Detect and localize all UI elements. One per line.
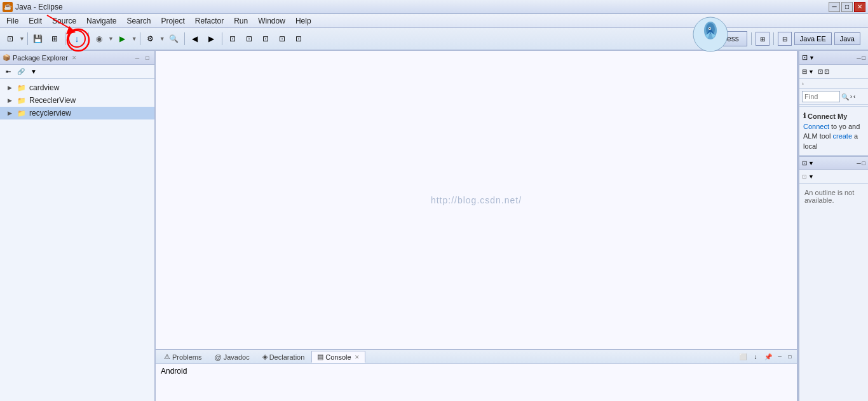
- outline-toolbar-icon[interactable]: ⊡: [802, 173, 807, 180]
- outline-toolbar-arrow[interactable]: ▼: [808, 173, 814, 180]
- panel-minimize-btn[interactable]: ─: [133, 53, 142, 62]
- title-buttons: ─ □ ✕: [829, 2, 865, 12]
- tree-area: ▶ 📁 cardview ▶ 📁 RececlerView ▶ 📁 recycl…: [0, 79, 154, 401]
- toolbar-run-btn[interactable]: ▶: [115, 31, 130, 46]
- toolbar-icon-btn1[interactable]: ⊞: [756, 32, 770, 46]
- menu-project[interactable]: Project: [156, 15, 189, 27]
- right-toolbar-arrow1[interactable]: ▼: [808, 69, 814, 75]
- minimize-button[interactable]: ─: [829, 2, 840, 12]
- tree-item-recyclerview2[interactable]: ▶ 📁 recyclerview: [0, 107, 154, 119]
- find-search-icon[interactable]: 🔍: [841, 93, 849, 100]
- menu-window[interactable]: Window: [253, 15, 290, 27]
- problems-icon: ⚠: [164, 353, 170, 361]
- bottom-minimize-btn[interactable]: ─: [775, 353, 784, 362]
- toolbar-misc3[interactable]: ⊡: [258, 31, 273, 46]
- toolbar-next-btn[interactable]: ▶: [204, 31, 219, 46]
- right-chevron: ›: [802, 81, 804, 87]
- panel-menu-btn[interactable]: ▼: [28, 66, 39, 78]
- toolbar-build-btn[interactable]: ⚙: [143, 31, 158, 46]
- menu-source[interactable]: Source: [47, 15, 81, 27]
- find-input[interactable]: [802, 91, 840, 102]
- toolbar-build-arrow[interactable]: ▼: [159, 36, 165, 42]
- toolbar-misc4[interactable]: ⊡: [275, 31, 290, 46]
- editor-and-bottom: http://blog.csdn.net/ ⚠ Problems @ Javad…: [156, 51, 797, 401]
- bottom-content: Android: [156, 364, 797, 401]
- toolbar-sep-6: [222, 32, 222, 45]
- panel-collapse-all-btn[interactable]: ⇤: [3, 66, 14, 78]
- find-bar: 🔍 › ‹: [799, 89, 868, 105]
- title-bar: ☕ Java - Eclipse ─ □ ✕: [0, 0, 868, 14]
- app-window: ☕ Java - Eclipse ─ □ ✕ File Edit Source …: [0, 0, 868, 401]
- panel-link-btn[interactable]: 🔗: [15, 66, 27, 78]
- find-prev-icon[interactable]: ‹: [853, 93, 855, 100]
- right-toolbar-btn2[interactable]: ⊡: [818, 68, 823, 75]
- toolbar-download-btn[interactable]: ↓: [68, 30, 86, 48]
- bottom-maximize-btn[interactable]: □: [785, 353, 794, 362]
- right-panel-controls: ─ □: [857, 55, 865, 61]
- menu-file[interactable]: File: [1, 15, 24, 27]
- type-hierarchy-arrow[interactable]: ▼: [809, 55, 815, 61]
- menu-help[interactable]: Help: [290, 15, 316, 27]
- toolbar-misc1[interactable]: ⊡: [225, 31, 240, 46]
- app-icon: ☕: [3, 2, 13, 12]
- outline-arrow: ▼: [808, 160, 814, 167]
- tree-label-recyclerview2: recyclerview: [29, 109, 71, 118]
- problems-label: Problems: [172, 353, 201, 361]
- console-close-icon[interactable]: ✕: [355, 354, 360, 360]
- toolbar-misc2[interactable]: ⊡: [241, 31, 257, 46]
- outline-maximize[interactable]: □: [862, 160, 865, 167]
- bottom-tab-problems[interactable]: ⚠ Problems: [158, 351, 207, 363]
- menu-edit[interactable]: Edit: [24, 15, 47, 27]
- java-perspective-btn[interactable]: Java: [834, 32, 860, 45]
- svg-point-8: [709, 28, 710, 29]
- right-toolbar-btn1[interactable]: ⊟: [802, 68, 807, 75]
- find-next-icon[interactable]: ›: [850, 93, 852, 100]
- toolbar-debug-btn[interactable]: ◉: [92, 31, 107, 46]
- toolbar-new-arrow[interactable]: ▼: [19, 36, 25, 42]
- toolbar-prev-btn[interactable]: ◀: [187, 31, 203, 46]
- toolbar-sep-3: [88, 32, 89, 45]
- right-panel-maximize[interactable]: □: [862, 55, 865, 61]
- toolbar-icon-btn2[interactable]: ⊟: [778, 32, 792, 46]
- toolbar-misc5[interactable]: ⊡: [291, 31, 306, 46]
- panel-maximize-btn[interactable]: □: [143, 53, 152, 62]
- toolbar-search-btn[interactable]: 🔍: [166, 31, 182, 46]
- toolbar: ⊡ ▼ 💾 ⊞ ↓ ◉ ▼ ▶ ▼ ⚙ ▼ 🔍 ◀ ▶: [0, 28, 868, 51]
- editor-area[interactable]: http://blog.csdn.net/: [156, 51, 797, 349]
- outline-text: An outline is not available.: [804, 189, 854, 204]
- outline-minimize[interactable]: ─: [857, 160, 860, 167]
- declaration-label: Declaration: [269, 353, 305, 361]
- menu-refactor[interactable]: Refactor: [190, 15, 229, 27]
- toolbar-new-btn[interactable]: ⊡: [3, 31, 18, 46]
- toolbar-run-arrow[interactable]: ▼: [132, 36, 137, 42]
- bottom-tab-console[interactable]: ▤ Console ✕: [311, 351, 365, 363]
- tree-item-recyclerview[interactable]: ▶ 📁 RececlerView: [0, 94, 154, 107]
- panel-close-indicator: ✕: [72, 55, 77, 61]
- tree-label-cardview: cardview: [29, 83, 59, 92]
- create-link[interactable]: create: [832, 132, 852, 140]
- toolbar-save-btn[interactable]: 💾: [31, 31, 46, 46]
- bottom-tab-declaration[interactable]: ◈ Declaration: [257, 351, 311, 363]
- right-toolbar-btn3[interactable]: ⊡: [824, 68, 829, 75]
- maximize-button[interactable]: □: [841, 2, 853, 12]
- console-pin-btn[interactable]: 📌: [763, 351, 774, 363]
- connect-link[interactable]: Connect: [803, 123, 829, 130]
- toolbar-debug-arrow[interactable]: ▼: [108, 36, 114, 42]
- close-button[interactable]: ✕: [854, 2, 865, 12]
- type-hierarchy-icon[interactable]: ⊡: [802, 53, 808, 62]
- connect-title-text: Connect My: [808, 112, 847, 120]
- menu-search[interactable]: Search: [121, 15, 156, 27]
- tree-item-cardview[interactable]: ▶ 📁 cardview: [0, 81, 154, 94]
- console-scroll-btn[interactable]: ↓: [750, 351, 761, 363]
- menu-run[interactable]: Run: [229, 15, 253, 27]
- tree-arrow-cardview: ▶: [8, 85, 14, 91]
- bottom-tab-javadoc[interactable]: @ Javadoc: [208, 351, 255, 363]
- connect-title: ℹ Connect My: [803, 112, 864, 120]
- outline-icon: ⊡: [802, 160, 807, 167]
- right-panel-minimize[interactable]: ─: [857, 55, 860, 61]
- toolbar-save-all-btn[interactable]: ⊞: [47, 31, 62, 46]
- menu-navigate[interactable]: Navigate: [81, 15, 121, 27]
- right-panels: ⊡ ▼ ─ □ ⊟ ▼ ⊡ ⊡ ›: [797, 51, 868, 401]
- console-clear-btn[interactable]: ⬜: [737, 351, 749, 363]
- java-ee-perspective-btn[interactable]: Java EE: [794, 32, 832, 45]
